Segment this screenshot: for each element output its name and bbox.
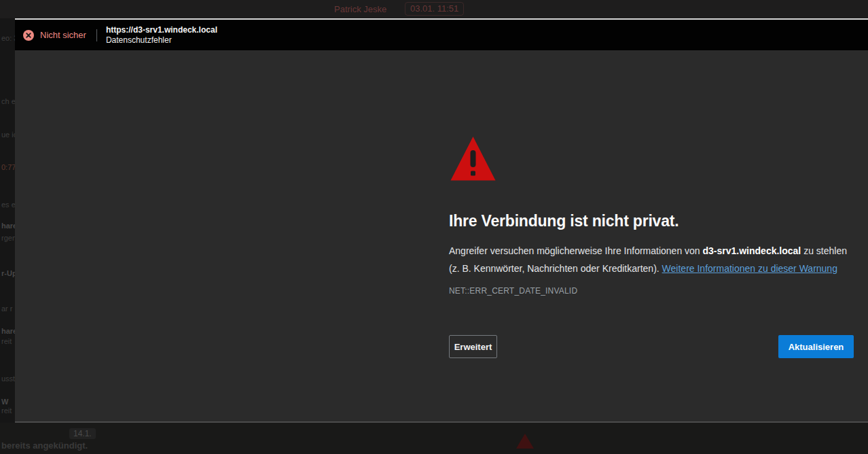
browser-window: Nicht sicher https://d3-srv1.windeck.loc…: [15, 18, 868, 423]
page-url: https://d3-srv1.windeck.local: [106, 25, 217, 35]
background-fragment: rgen: [1, 234, 15, 242]
background-fragment: ar r: [1, 304, 13, 313]
background-fragment: hare: [1, 222, 15, 230]
learn-more-link[interactable]: Weitere Informationen zu dieser Warnung: [662, 263, 837, 274]
background-fragment: W: [1, 398, 8, 406]
desktop: Patrick Jeske 03.01. 11:51 eo: 3 ch e ue…: [0, 0, 868, 454]
hostname: d3-srv1.windeck.local: [703, 245, 801, 256]
background-window-titlebar: Patrick Jeske 03.01. 11:51: [0, 0, 868, 18]
background-window-strip: eo: 3 ch e ue ic 0:77 es er hare rgen r-…: [0, 18, 15, 423]
reload-button[interactable]: Aktualisieren: [778, 335, 854, 358]
circle-x-icon: [23, 30, 34, 41]
background-fragment: es er: [1, 200, 15, 209]
background-fragment: ue ic: [1, 130, 15, 139]
error-text: (z. B. Kennwörter, Nachrichten oder Kred…: [449, 263, 662, 274]
background-fragment: usst: [1, 374, 15, 383]
browser-titlebar: Nicht sicher https://d3-srv1.windeck.loc…: [15, 18, 868, 50]
background-fragment: hare: [1, 327, 15, 335]
advanced-button[interactable]: Erweitert: [449, 335, 497, 358]
background-fragment: reit: [1, 406, 12, 415]
background-fragment: 14.1.: [69, 428, 96, 439]
error-description-line1: Angreifer versuchen möglicherweise Ihre …: [449, 242, 847, 260]
error-title: Ihre Verbindung ist nicht privat.: [449, 212, 679, 230]
background-fragment: ch e: [1, 97, 15, 105]
titlebar-url-block: https://d3-srv1.windeck.local Datenschut…: [106, 25, 217, 46]
titlebar-divider: [96, 29, 97, 41]
background-fragment: reit: [1, 337, 12, 345]
background-fragment: bereits angekündigt.: [1, 440, 88, 451]
error-page: Ihre Verbindung ist nicht privat. Angrei…: [15, 50, 868, 423]
background-datetime-label: 03.01. 11:51: [405, 2, 464, 16]
background-user-label: Patrick Jeske: [334, 4, 386, 14]
error-text: zu stehlen: [801, 245, 847, 256]
background-fragment: eo: 3: [1, 34, 15, 42]
background-fragment: 0:77: [1, 163, 15, 171]
security-badge-label: Nicht sicher: [40, 30, 86, 40]
error-text: Angreifer versuchen möglicherweise Ihre …: [449, 245, 703, 256]
background-warning-triangle-icon: [516, 434, 534, 449]
error-description-line2: (z. B. Kennwörter, Nachrichten oder Kred…: [449, 260, 847, 277]
background-window-bottom: bereits angekündigt. 14.1.: [0, 423, 868, 454]
warning-triangle-icon: [450, 136, 496, 181]
error-description: Angreifer versuchen möglicherweise Ihre …: [449, 242, 847, 277]
error-code: NET::ERR_CERT_DATE_INVALID: [449, 286, 577, 296]
page-status-label: Datenschutzfehler: [106, 35, 217, 46]
security-badge[interactable]: Nicht sicher: [23, 30, 86, 41]
background-fragment: r-Up: [1, 269, 15, 277]
